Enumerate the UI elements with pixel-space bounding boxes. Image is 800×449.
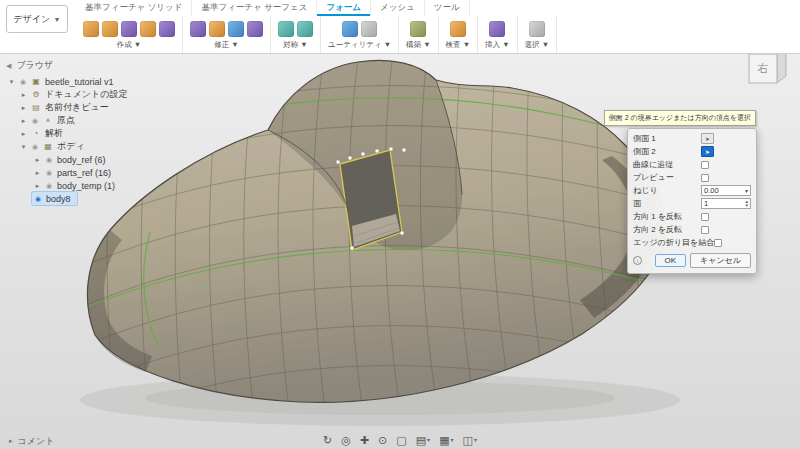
browser-body-temp[interactable]: ▸ ◉ body_temp (1): [32, 179, 121, 192]
group-construct-label[interactable]: 構築 ▼: [406, 39, 431, 52]
tab-solid[interactable]: 基準フィーチャ ソリッド: [76, 0, 192, 16]
create-tool-icon[interactable]: [140, 21, 156, 37]
twist-value: 0.00: [704, 186, 719, 195]
twist-label: ねじり: [633, 185, 658, 196]
settings-icon: ⚙: [31, 90, 41, 99]
preview-checkbox[interactable]: [701, 174, 709, 182]
grid-settings-icon[interactable]: ▦▾: [439, 435, 453, 446]
caret-right-icon[interactable]: ▸: [20, 91, 27, 99]
construct-tool-icon[interactable]: [410, 21, 426, 37]
browser-parts-ref[interactable]: ▸ ◉ parts_ref (16): [32, 166, 117, 179]
side1-selection-button[interactable]: ➤: [701, 133, 714, 144]
eye-icon[interactable]: ◉: [45, 182, 53, 190]
browser-item-origin[interactable]: ▸ ◉ ⌖ 原点: [18, 114, 81, 127]
tab-tools[interactable]: ツール: [425, 0, 470, 16]
ok-button[interactable]: OK: [655, 254, 687, 267]
look-at-icon[interactable]: ◎: [341, 435, 351, 446]
select-tool-icon[interactable]: [529, 21, 545, 37]
eye-icon[interactable]: ◉: [19, 78, 27, 86]
eye-icon[interactable]: ◉: [31, 117, 39, 125]
comments-bar[interactable]: ▸ コメント: [0, 433, 63, 449]
tab-form[interactable]: フォーム: [317, 0, 371, 16]
inspect-tool-icon[interactable]: [450, 21, 466, 37]
faces-stepper[interactable]: 1 ▴▾: [701, 198, 751, 209]
info-icon[interactable]: i: [633, 256, 642, 265]
tab-mesh[interactable]: メッシュ: [371, 0, 425, 16]
stepper-arrows-icon[interactable]: ▴▾: [745, 200, 748, 207]
symmetry-tool-icon[interactable]: [278, 21, 294, 37]
browser-root-row[interactable]: ▾ ◉ ▣ beetle_tutorial v1: [6, 75, 120, 88]
group-insert-label[interactable]: 挿入 ▼: [485, 39, 510, 52]
browser-item-bodies[interactable]: ▾ ◉ ▦ ボディ: [18, 140, 91, 153]
side2-selection-button[interactable]: ➤: [701, 146, 714, 157]
item-label: 名前付きビュー: [45, 101, 109, 114]
group-select: 選択 ▼: [518, 16, 558, 53]
group-create-label[interactable]: 作成 ▼: [117, 39, 142, 52]
display-settings-icon[interactable]: ▤▾: [416, 435, 430, 446]
origin-icon: ⌖: [43, 116, 53, 126]
zoom-icon[interactable]: ⊙: [378, 435, 387, 446]
modify-tool-icon[interactable]: [228, 21, 244, 37]
preview-label: プレビュー: [633, 172, 674, 183]
modify-tool-icon[interactable]: [190, 21, 206, 37]
caret-right-icon[interactable]: ▸: [34, 156, 41, 164]
modify-tool-icon[interactable]: [209, 21, 225, 37]
viewports-icon[interactable]: ◫▾: [463, 435, 477, 446]
caret-right-icon[interactable]: ▸: [34, 182, 41, 190]
create-tool-icon[interactable]: [83, 21, 99, 37]
crease-edges-checkbox[interactable]: [714, 239, 722, 247]
tab-surface[interactable]: 基準フィーチャ サーフェス: [192, 0, 317, 16]
chevron-down-icon[interactable]: ▾: [745, 187, 748, 194]
document-name: beetle_tutorial v1: [45, 77, 114, 87]
eye-icon[interactable]: ◉: [45, 156, 53, 164]
create-tool-icon[interactable]: [102, 21, 118, 37]
twist-input[interactable]: 0.00 ▾: [701, 185, 751, 196]
group-construct: 構築 ▼: [399, 16, 439, 53]
symmetry-tool-icon[interactable]: [297, 21, 313, 37]
viewcube-face-label: 右: [758, 62, 769, 74]
group-symmetry-label[interactable]: 対称 ▼: [283, 39, 308, 52]
insert-tool-icon[interactable]: [489, 21, 505, 37]
caret-right-icon[interactable]: ▸: [34, 169, 41, 177]
group-select-label[interactable]: 選択 ▼: [525, 39, 550, 52]
flip-direction1-checkbox[interactable]: [701, 213, 709, 221]
group-symmetry: 対称 ▼: [271, 16, 321, 53]
browser-panel: ◀ ブラウザ ▾ ◉ ▣ beetle_tutorial v1 ▸ ⚙ ドキュメ…: [6, 59, 191, 205]
orbit-icon[interactable]: ↻: [323, 435, 332, 446]
pan-icon[interactable]: ✚: [360, 435, 369, 446]
group-inspect-label[interactable]: 検査 ▼: [446, 39, 471, 52]
utility-tool-icon[interactable]: [361, 21, 377, 37]
item-label: 解析: [45, 127, 63, 140]
utility-tool-icon[interactable]: [342, 21, 358, 37]
caret-right-icon[interactable]: ▸: [20, 104, 27, 112]
browser-item-document-settings[interactable]: ▸ ⚙ ドキュメントの設定: [18, 88, 133, 101]
browser-item-named-views[interactable]: ▸ ▤ 名前付きビュー: [18, 101, 115, 114]
caret-right-icon[interactable]: ▸: [20, 130, 27, 138]
body-label: body_temp (1): [57, 181, 115, 191]
browser-collapse-icon[interactable]: ◀: [6, 62, 11, 70]
create-tool-icon[interactable]: [159, 21, 175, 37]
eye-icon[interactable]: ◉: [31, 143, 39, 151]
flip-direction2-checkbox[interactable]: [701, 226, 709, 234]
caret-down-icon[interactable]: ▾: [8, 78, 15, 86]
browser-item-analysis[interactable]: ▸ ◔ 解析: [18, 127, 69, 140]
follow-curve-label: 曲線に追従: [633, 159, 673, 170]
follow-curve-checkbox[interactable]: [701, 161, 709, 169]
body-label: body_ref (6): [57, 155, 106, 165]
eye-icon[interactable]: ◉: [45, 169, 53, 177]
group-modify-label[interactable]: 修正 ▼: [214, 39, 239, 52]
create-tool-icon[interactable]: [121, 21, 137, 37]
group-modify: 修正 ▼: [183, 16, 271, 53]
fit-icon[interactable]: ▢: [396, 435, 406, 446]
item-label: ボディ: [57, 140, 85, 153]
flip-direction1-label: 方向 1 を反転: [633, 211, 682, 222]
modify-tool-icon[interactable]: [247, 21, 263, 37]
browser-body8[interactable]: ◉ body8: [32, 192, 77, 205]
cancel-button[interactable]: キャンセル: [690, 253, 751, 268]
eye-icon[interactable]: ◉: [34, 195, 42, 203]
caret-down-icon[interactable]: ▾: [20, 143, 27, 151]
workspace-selector[interactable]: デザイン ▼: [6, 5, 68, 33]
browser-body-ref[interactable]: ▸ ◉ body_ref (6): [32, 153, 112, 166]
group-utilities-label[interactable]: ユーティリティ ▼: [328, 39, 391, 52]
caret-right-icon[interactable]: ▸: [20, 117, 27, 125]
